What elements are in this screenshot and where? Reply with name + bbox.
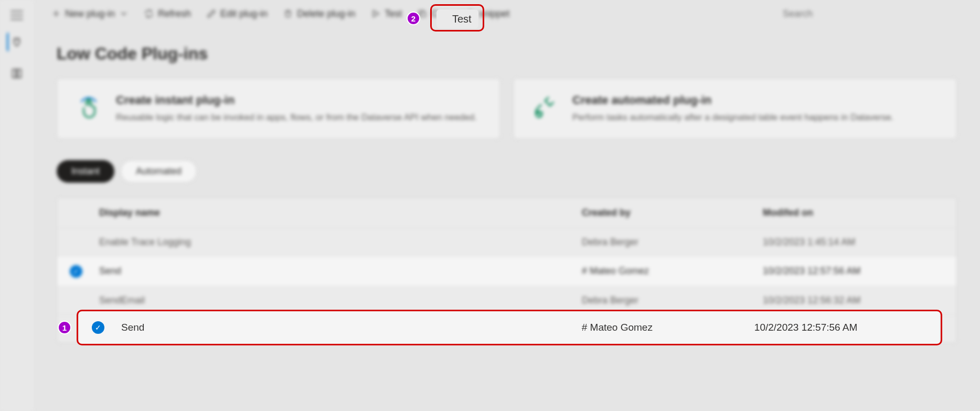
table-row[interactable]: ✓Send# Mateo Gomez10/2/2023 12:57:56 AM	[57, 256, 956, 286]
check-icon[interactable]: ✓	[92, 321, 104, 334]
cell-modified: 10/2/2023 1:45:14 AM	[763, 237, 944, 248]
tab-automated[interactable]: Automated	[121, 160, 197, 183]
col-header-name[interactable]: Display name	[99, 207, 582, 218]
row-name-sharp: Send	[121, 322, 582, 333]
hamburger-menu[interactable]	[10, 10, 23, 20]
table-row[interactable]: SendEmailDebra Berger10/2/2023 12:56:32 …	[57, 286, 956, 314]
cell-created: Debra Berger	[582, 295, 763, 306]
row-created-sharp: # Mateo Gomez	[582, 322, 754, 333]
card-instant-title: Create instant plug-in	[116, 93, 477, 107]
test-label: Test	[385, 8, 402, 19]
cell-modified: 10/2/2023 12:57:56 AM	[763, 266, 944, 277]
table-row-selected-highlight[interactable]: ✓ Send # Mateo Gomez 10/2/2023 12:57:56 …	[79, 311, 940, 344]
rail-plugins-icon[interactable]	[7, 33, 26, 51]
svg-rect-0	[421, 12, 425, 17]
chevron-down-icon	[119, 9, 129, 18]
check-icon[interactable]: ✓	[70, 265, 82, 278]
new-plugin-button[interactable]: New plug-in	[46, 5, 134, 23]
delete-plugin-button[interactable]: Delete plug-in	[278, 5, 360, 23]
rail-book-icon[interactable]	[7, 64, 26, 83]
annotation-badge-1: 1	[58, 321, 71, 334]
annotation-badge-2: 2	[407, 12, 420, 25]
tap-icon	[74, 93, 103, 123]
card-instant-plugin[interactable]: Create instant plug-in Reusable logic th…	[57, 78, 500, 139]
delete-label: Delete plug-in	[297, 8, 355, 19]
card-instant-desc: Reusable logic that can be invoked in ap…	[116, 111, 477, 124]
cell-name: Enable Trace Logging	[99, 237, 582, 248]
test-button[interactable]: Test	[366, 5, 407, 23]
cell-modified: 10/2/2023 12:56:32 AM	[763, 295, 944, 306]
col-header-created[interactable]: Created by	[582, 207, 763, 218]
test-label-sharp: Test	[452, 13, 472, 25]
plug-icon	[530, 93, 560, 123]
cell-created: Debra Berger	[582, 237, 763, 248]
table-row[interactable]: Enable Trace LoggingDebra Berger10/2/202…	[57, 228, 956, 256]
refresh-label: Refresh	[158, 8, 191, 19]
edit-label: Edit plug-in	[220, 8, 268, 19]
new-plugin-label: New plug-in	[65, 8, 115, 19]
tab-instant[interactable]: Instant	[57, 160, 114, 183]
card-automated-desc: Perform tasks automatically after a desi…	[572, 111, 893, 124]
cell-name: Send	[99, 266, 582, 277]
card-automated-title: Create automated plug-in	[572, 93, 893, 107]
row-modified-sharp: 10/2/2023 12:57:56 AM	[754, 322, 927, 333]
test-button-highlight[interactable]: Test	[436, 9, 478, 28]
col-header-modified[interactable]: Modifed on	[763, 207, 944, 218]
search-input[interactable]	[779, 4, 967, 23]
cell-created: # Mateo Gomez	[582, 266, 763, 277]
edit-plugin-button[interactable]: Edit plug-in	[201, 5, 273, 23]
page-title: Low Code Plug-ins	[57, 44, 957, 64]
cell-name: SendEmail	[99, 295, 582, 306]
card-automated-plugin[interactable]: Create automated plug-in Perform tasks a…	[513, 78, 957, 139]
refresh-button[interactable]: Refresh	[139, 5, 196, 23]
